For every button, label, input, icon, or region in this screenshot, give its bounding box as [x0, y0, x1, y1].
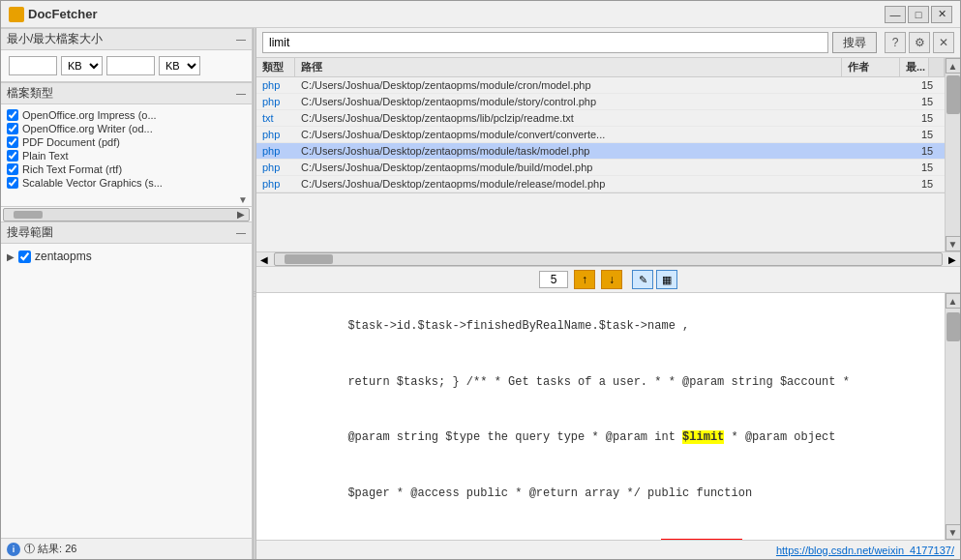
help-icon[interactable]: ?	[885, 32, 906, 53]
page-number-input[interactable]	[539, 271, 568, 288]
col-header-path[interactable]: 路徑	[295, 58, 842, 76]
file-type-list: OpenOffice.org Impress (o... OpenOffice.…	[1, 104, 252, 193]
pagination-bar: ↑ ↓ ✎ ▦	[256, 267, 960, 293]
cell-author	[857, 77, 916, 93]
edit-btn-2[interactable]: ▦	[656, 270, 677, 289]
cell-type: php	[256, 143, 295, 159]
preview-scroll-up[interactable]: ▲	[946, 293, 961, 309]
search-input[interactable]	[262, 32, 828, 53]
table-row[interactable]: php C:/Users/Joshua/Desktop/zentaopms/mo…	[256, 176, 945, 192]
col-header-type[interactable]: 類型	[256, 58, 295, 76]
preview-area: $task->id.$task->finishedByRealName.$tas…	[256, 293, 945, 540]
preview-line-2: return $tasks; } /** * Get tasks of a us…	[347, 375, 849, 389]
cell-author	[857, 94, 916, 109]
search-button[interactable]: 搜尋	[832, 32, 877, 53]
preview-wrapper: $task->id.$task->finishedByRealName.$tas…	[256, 293, 960, 540]
filetype-writer-checkbox[interactable]	[7, 123, 18, 134]
cell-author	[857, 160, 916, 175]
file-type-minimize[interactable]: —	[236, 88, 246, 99]
cell-type: php	[256, 176, 295, 192]
list-item: Rich Text Format (rtf)	[7, 162, 246, 176]
preview-line-4: $pager * @access public * @return array …	[347, 486, 752, 500]
results-table-wrapper: 類型 路徑 作者 最... php C:/Users/Joshua/Deskto…	[256, 58, 945, 251]
tree-expand-arrow[interactable]: ▶	[7, 251, 15, 262]
settings-icon[interactable]: ⚙	[909, 32, 930, 53]
scroll-right-btn[interactable]: ▶	[237, 209, 249, 220]
app-logo: DocFetcher	[9, 7, 885, 22]
cell-type: php	[256, 160, 295, 175]
min-file-size-input[interactable]	[9, 56, 57, 75]
prev-page-button[interactable]: ↑	[574, 270, 595, 289]
file-size-minimize[interactable]: —	[236, 34, 246, 44]
preview-line-3: @param string $type the query type * @pa…	[347, 430, 835, 444]
scope-zentaopms-label: zentaopms	[35, 250, 92, 263]
bottom-hscroll-track[interactable]	[274, 252, 943, 266]
max-file-size-input[interactable]	[106, 56, 155, 75]
cell-path: C:/Users/Joshua/Desktop/zentaopms/lib/pc…	[295, 110, 857, 126]
results-table: 類型 路徑 作者 最... php C:/Users/Joshua/Deskto…	[256, 58, 945, 193]
file-type-label: 檔案類型	[7, 85, 53, 102]
table-row-selected[interactable]: php C:/Users/Joshua/Desktop/zentaopms/mo…	[256, 143, 945, 160]
cell-author	[857, 143, 916, 159]
info-icon: i	[7, 543, 20, 556]
preview-scroll-down[interactable]: ▼	[946, 524, 961, 540]
cell-author	[857, 127, 916, 142]
minimize-button[interactable]: —	[885, 6, 906, 23]
max-file-size-unit[interactable]: KB MB	[159, 56, 200, 75]
bottom-hscroll-thumb[interactable]	[285, 254, 333, 264]
cell-num: 15	[916, 110, 945, 126]
scroll-up-arrow[interactable]: ▲	[946, 58, 961, 74]
filetype-svg-checkbox[interactable]	[7, 177, 18, 189]
cell-num: 15	[916, 94, 945, 109]
filetype-rtf-checkbox[interactable]	[7, 163, 18, 175]
cell-path: C:/Users/Joshua/Desktop/zentaopms/module…	[295, 176, 857, 192]
preview-scroll-thumb[interactable]	[946, 312, 960, 341]
col-header-num[interactable]: 最...	[900, 58, 929, 76]
scroll-thumb[interactable]	[946, 75, 960, 114]
table-row[interactable]: php C:/Users/Joshua/Desktop/zentaopms/mo…	[256, 77, 945, 94]
scroll-down-arrow[interactable]: ▼	[946, 236, 961, 251]
col-header-author[interactable]: 作者	[842, 58, 900, 76]
extra-icon[interactable]: ✕	[933, 32, 954, 53]
scope-zentaopms-checkbox[interactable]	[18, 251, 31, 263]
min-file-size-unit[interactable]: KB MB	[61, 56, 103, 75]
search-bar: 搜尋 ? ⚙ ✕	[256, 28, 960, 58]
filetype-impress-checkbox[interactable]	[7, 109, 18, 121]
table-vscrollbar[interactable]: ▲ ▼	[945, 58, 960, 251]
scroll-down-arrow[interactable]: ▼	[1, 193, 252, 206]
file-size-label: 最小/最大檔案大小	[7, 31, 103, 47]
table-row[interactable]: txt C:/Users/Joshua/Desktop/zentaopms/li…	[256, 110, 945, 127]
next-page-button[interactable]: ↓	[601, 270, 622, 289]
highlight-limit-1: $limit	[682, 430, 724, 444]
table-row[interactable]: php C:/Users/Joshua/Desktop/zentaopms/mo…	[256, 160, 945, 176]
table-row[interactable]: php C:/Users/Joshua/Desktop/zentaopms/mo…	[256, 94, 945, 110]
preview-vscrollbar[interactable]: ▲ ▼	[945, 293, 960, 540]
close-button[interactable]: ✕	[931, 6, 952, 23]
scroll-left-btn[interactable]: ◀	[256, 254, 272, 265]
tree-item-zentaopms[interactable]: ▶ zentaopms	[7, 248, 246, 265]
filetype-txt-checkbox[interactable]	[7, 150, 18, 162]
cell-type: php	[256, 94, 295, 109]
col-header-scroll	[929, 58, 945, 76]
cell-num: 15	[916, 160, 945, 175]
filetype-rtf-label: Rich Text Format (rtf)	[22, 163, 122, 175]
left-hscroll-thumb[interactable]	[14, 211, 43, 219]
table-row[interactable]: php C:/Users/Joshua/Desktop/zentaopms/mo…	[256, 127, 945, 143]
results-count: ① 結果: 26	[24, 542, 76, 556]
file-type-section: 檔案類型 — OpenOffice.org Impress (o... Open…	[1, 82, 252, 206]
file-type-header: 檔案類型 —	[1, 82, 252, 104]
left-hscrollbar[interactable]: ▶	[3, 208, 250, 221]
scroll-right-btn[interactable]: ▶	[945, 254, 960, 265]
search-scope-minimize[interactable]: —	[236, 227, 246, 238]
edit-btn-1[interactable]: ✎	[632, 270, 653, 289]
search-scope-header: 搜尋範圍 —	[1, 221, 252, 244]
right-panel: 搜尋 ? ⚙ ✕ 類型 路徑 作者 最...	[256, 28, 960, 559]
app-title: DocFetcher	[28, 7, 98, 21]
cell-type: php	[256, 127, 295, 142]
maximize-button[interactable]: □	[908, 6, 929, 23]
file-size-header: 最小/最大檔案大小 —	[1, 28, 252, 50]
down-arrow-icon: ↓	[609, 273, 615, 286]
list-item: OpenOffice.org Writer (od...	[7, 122, 246, 135]
preview-content: $task->id.$task->finishedByRealName.$tas…	[264, 299, 937, 540]
filetype-pdf-checkbox[interactable]	[7, 136, 18, 148]
